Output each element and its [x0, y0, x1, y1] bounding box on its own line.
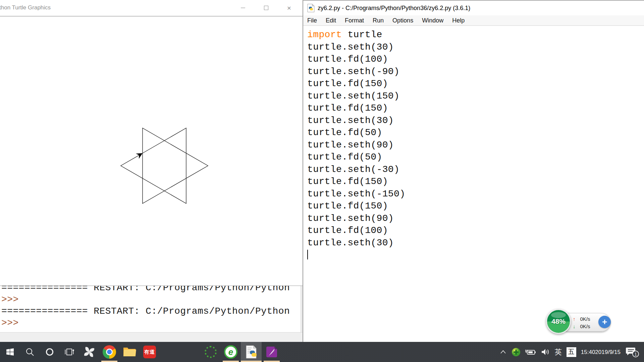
action-center-button[interactable]: 1	[625, 346, 639, 358]
ime-mode-indicator[interactable]: 五	[567, 347, 576, 357]
shell-prompt: >>>	[1, 294, 303, 305]
code-line: turtle.seth(-30)	[307, 164, 644, 176]
python-idle-icon	[246, 345, 257, 359]
idle-editor-window: zy6.2.py - C:/Programs/Python/Python36/z…	[303, 0, 644, 342]
maximize-icon	[264, 6, 268, 10]
purple-pen-app-button[interactable]	[262, 342, 282, 362]
task-view-button[interactable]	[59, 342, 79, 362]
memory-usage-ball[interactable]: 48%	[546, 309, 571, 334]
code-line: turtle.seth(30)	[307, 41, 644, 54]
battery-charging-icon	[525, 348, 536, 356]
green-e-label: e	[228, 347, 233, 357]
menu-file[interactable]: File	[307, 17, 317, 24]
code-line: turtle.fd(50)	[307, 151, 644, 164]
ime-language-indicator[interactable]: 英	[555, 347, 562, 357]
code-line: turtle.fd(50)	[307, 127, 644, 139]
download-arrow-icon: ↓	[573, 323, 576, 329]
editor-menubar: FileEditFormatRunOptionsWindowHelp	[303, 15, 644, 26]
clock-time: 15:40	[581, 349, 595, 356]
turtle-star-drawing	[0, 17, 304, 286]
star-path	[121, 128, 208, 203]
editor-window-title: zy6.2.py - C:/Programs/Python/Python36/z…	[318, 5, 470, 12]
download-speed: 0K/s	[580, 323, 590, 329]
text-cursor	[307, 250, 308, 259]
code-line: turtle.fd(150)	[307, 200, 644, 213]
minimize-button[interactable]	[232, 0, 254, 15]
code-line: turtle.seth(90)	[307, 139, 644, 152]
windows-logo-icon	[6, 348, 14, 356]
clock-date: 2019/9/15	[595, 349, 621, 356]
chrome-button[interactable]	[99, 342, 119, 362]
code-line	[307, 249, 644, 261]
editor-titlebar: zy6.2.py - C:/Programs/Python/Python36/z…	[303, 1, 644, 15]
code-line: turtle.seth(150)	[307, 90, 644, 103]
code-line: turtle.seth(90)	[307, 213, 644, 225]
start-button[interactable]	[0, 342, 20, 362]
turtle-window-titlebar: thon Turtle Graphics ×	[0, 0, 304, 16]
search-button[interactable]	[20, 342, 40, 362]
close-button[interactable]: ×	[278, 0, 300, 15]
shell-prompt: >>>	[1, 317, 303, 329]
turtle-window-title: thon Turtle Graphics	[0, 4, 51, 11]
shell-horizontal-scrollbar[interactable]	[0, 332, 303, 342]
keyword-import: import	[307, 29, 342, 40]
antivirus-ball-icon	[512, 348, 521, 357]
tray-battery[interactable]	[525, 348, 536, 356]
pinwheel-icon	[83, 346, 95, 358]
youdao-icon: 有道	[143, 346, 156, 358]
tray-360-safe[interactable]	[512, 348, 521, 357]
accelerate-button[interactable]: +	[598, 316, 611, 328]
code-line: turtle.seth(-150)	[307, 188, 644, 200]
maximize-button[interactable]	[255, 0, 277, 15]
python-file-icon	[307, 4, 315, 12]
code-line: turtle.fd(100)	[307, 225, 644, 237]
pinwheel-app-button[interactable]	[79, 342, 99, 362]
network-speeds: ↑ 0K/s ↓ 0K/s	[573, 315, 596, 330]
upload-arrow-icon: ↑	[573, 316, 576, 322]
chevron-up-icon	[499, 349, 507, 355]
tray-volume[interactable]	[541, 348, 550, 356]
browser-360-button[interactable]: e	[221, 342, 241, 362]
turtle-canvas	[0, 16, 304, 286]
shell-restart-line: =============== RESTART: C:/Programs/Pyt…	[1, 305, 303, 317]
notification-badge: 1	[635, 352, 637, 357]
menu-window[interactable]: Window	[422, 17, 443, 24]
minimize-icon	[241, 8, 245, 8]
file-explorer-button[interactable]	[119, 342, 140, 362]
green-ring-app-button[interactable]	[201, 342, 221, 362]
upload-speed: 0K/s	[580, 316, 590, 322]
taskbar-clock[interactable]: 15:40 2019/9/15	[581, 349, 621, 356]
file-explorer-icon	[123, 346, 136, 358]
menu-help[interactable]: Help	[452, 17, 465, 24]
ime-mode-label: 五	[568, 348, 575, 356]
python-shell-window[interactable]: =============== RESTART: C:/Programs/Pyt…	[0, 286, 303, 342]
code-line: turtle.fd(150)	[307, 78, 644, 90]
cortana-icon	[45, 348, 54, 356]
cortana-button[interactable]	[40, 342, 59, 362]
green-ring-icon	[205, 346, 217, 358]
code-editor[interactable]: import turtleturtle.seth(30)turtle.fd(10…	[303, 26, 644, 261]
shell-restart-line: =============== RESTART: C:/Programs/Pyt…	[1, 286, 303, 294]
menu-options[interactable]: Options	[392, 17, 413, 24]
menu-format[interactable]: Format	[345, 17, 364, 24]
youdao-dict-button[interactable]: 有道	[140, 342, 160, 362]
speaker-icon	[541, 348, 550, 356]
turtle-graphics-window: thon Turtle Graphics ×	[0, 0, 304, 286]
python-idle-button[interactable]	[241, 342, 262, 362]
code-line: turtle.seth(30)	[307, 237, 644, 249]
search-icon	[25, 348, 34, 356]
plus-icon: +	[602, 317, 607, 327]
task-view-icon	[64, 348, 74, 356]
code-line: turtle.fd(150)	[307, 176, 644, 188]
notification-icon: 1	[625, 346, 639, 358]
code-line: turtle.fd(150)	[307, 102, 644, 115]
taskbar: 有道 e	[0, 342, 644, 362]
turtle-arrow-cursor	[136, 150, 144, 159]
chrome-icon	[103, 345, 116, 359]
tray-expand-button[interactable]	[499, 349, 507, 355]
menu-run[interactable]: Run	[373, 17, 384, 24]
code-line: turtle.fd(100)	[307, 53, 644, 66]
speed-ball-widget[interactable]: ↑ 0K/s ↓ 0K/s + 48%	[546, 309, 613, 336]
menu-edit[interactable]: Edit	[326, 17, 336, 24]
memory-percent: 48%	[551, 317, 566, 325]
